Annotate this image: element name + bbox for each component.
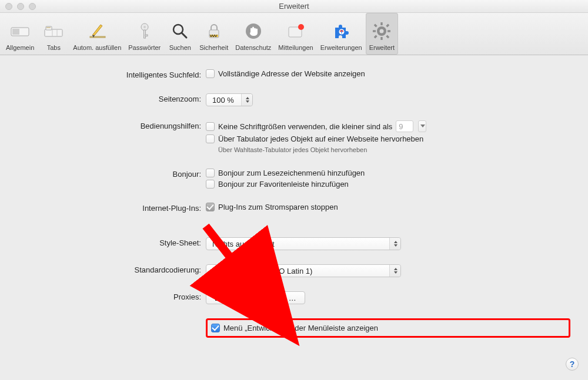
- advanced-pane: Intelligentes Suchfeld: Vollständige Adr…: [0, 55, 588, 353]
- developer-menu-highlight: Menü „Entwickler“ in der Menüleiste anze…: [206, 318, 570, 338]
- bonjour-label: Bonjour:: [18, 169, 206, 179]
- proxies-label: Proxies:: [18, 291, 206, 301]
- bonjour-favorites-checkbox[interactable]: [206, 180, 215, 189]
- stylesheet-popup[interactable]: Nichts ausgewählt: [206, 237, 401, 250]
- developer-menu-checkbox[interactable]: [211, 324, 220, 332]
- encoding-popup[interactable]: Westeuropäisch (ISO Latin 1): [206, 264, 401, 277]
- tab-passwords[interactable]: Passwörter: [125, 13, 164, 55]
- chevrons-icon: [246, 97, 249, 103]
- tab-label: Erweitert: [369, 44, 395, 51]
- lock-icon: [203, 21, 225, 42]
- svg-rect-28: [387, 30, 390, 32]
- gear-icon: [371, 21, 392, 42]
- bonjour-bookmarks-checkbox[interactable]: [206, 169, 215, 177]
- full-url-label: Vollständige Adresse der Website anzeige…: [218, 69, 365, 78]
- stylesheet-value: Nichts ausgewählt: [212, 240, 275, 248]
- svg-marker-8: [92, 25, 102, 35]
- plugins-powersave-label: Plug-Ins zum Stromsparen stoppen: [218, 203, 338, 211]
- tab-tabs[interactable]: Tabs: [38, 13, 69, 55]
- svg-rect-32: [374, 35, 377, 39]
- tab-notifications[interactable]: Mitteilungen: [275, 13, 316, 55]
- help-button[interactable]: ?: [566, 358, 579, 371]
- min-font-value[interactable]: 9: [396, 120, 413, 132]
- full-url-checkbox[interactable]: [206, 69, 215, 78]
- svg-rect-7: [90, 36, 105, 38]
- svg-rect-1: [12, 29, 19, 35]
- svg-rect-3: [46, 26, 52, 30]
- accessibility-label: Bedienungshilfen:: [18, 120, 206, 130]
- svg-rect-30: [386, 35, 390, 39]
- chevrons-icon: [394, 268, 397, 274]
- tab-search[interactable]: Suchen: [164, 13, 196, 55]
- tab-label: Erweiterungen: [320, 44, 362, 51]
- svg-point-24: [380, 29, 384, 33]
- tab-highlight-hint: Über Wahltaste-Tabulator jedes Objekt he…: [218, 146, 570, 154]
- tab-privacy[interactable]: Datenschutz: [232, 13, 275, 55]
- hand-icon: [243, 21, 264, 42]
- zoom-label: Seitenzoom:: [18, 93, 206, 103]
- minimize-icon[interactable]: [17, 3, 24, 10]
- encoding-label: Standardcodierung:: [18, 264, 206, 274]
- tab-label: Allgemein: [6, 44, 34, 51]
- tab-general[interactable]: Allgemein: [2, 13, 38, 55]
- prefs-toolbar: Allgemein Tabs Autom. ausfüllen: [0, 13, 588, 55]
- tabs-icon: [43, 21, 64, 42]
- notification-icon: [285, 21, 306, 42]
- smartsearch-label: Intelligentes Suchfeld:: [18, 69, 206, 79]
- chevrons-icon: [394, 241, 397, 247]
- tab-label: Sicherheit: [199, 44, 228, 51]
- tab-advanced[interactable]: Erweitert: [366, 13, 398, 55]
- min-font-stepper[interactable]: [418, 120, 426, 132]
- svg-rect-26: [381, 37, 383, 40]
- tab-label: Tabs: [47, 44, 61, 51]
- tab-highlight-label: Über Tabulator jedes Objekt auf einer We…: [218, 134, 423, 143]
- tab-label: Suchen: [169, 44, 191, 51]
- svg-rect-13: [145, 35, 148, 36]
- key-icon: [134, 21, 155, 42]
- tab-autofill[interactable]: Autom. ausfüllen: [69, 13, 125, 55]
- tab-label: Autom. ausfüllen: [73, 44, 121, 51]
- tab-extensions[interactable]: Erweiterungen: [317, 13, 366, 55]
- svg-rect-31: [386, 24, 390, 28]
- zoom-icon[interactable]: [29, 3, 36, 10]
- tab-security[interactable]: Sicherheit: [196, 13, 232, 55]
- help-glyph: ?: [570, 359, 575, 369]
- svg-rect-12: [143, 30, 145, 38]
- developer-menu-label: Menü „Entwickler“ in der Menüleiste anze…: [223, 324, 378, 332]
- window-controls: [5, 3, 36, 10]
- plugins-powersave-checkbox[interactable]: [206, 203, 215, 211]
- bonjour-favorites-label: Bonjour zur Favoritenleiste hinzufügen: [218, 180, 349, 189]
- close-icon[interactable]: [5, 3, 12, 10]
- titlebar: Erweitert: [0, 0, 588, 13]
- bonjour-bookmarks-label: Bonjour zum Lesezeichenmenü hinzufügen: [218, 169, 365, 177]
- tab-highlight-checkbox[interactable]: [206, 134, 215, 143]
- window-title: Erweitert: [279, 2, 309, 11]
- min-font-label: Keine Schriftgrößen verwenden, die klein…: [218, 122, 392, 131]
- tab-label: Mitteilungen: [278, 44, 313, 51]
- zoom-popup[interactable]: 100 %: [206, 93, 253, 106]
- svg-rect-27: [373, 30, 376, 32]
- pencil-icon: [86, 21, 108, 42]
- svg-rect-25: [381, 22, 383, 25]
- tab-label: Passwörter: [128, 44, 161, 51]
- svg-line-15: [182, 33, 186, 38]
- stylesheet-label: Style-Sheet:: [18, 237, 206, 247]
- magnifier-icon: [169, 21, 191, 42]
- svg-point-11: [143, 26, 146, 28]
- svg-point-20: [298, 24, 304, 30]
- svg-rect-29: [374, 24, 377, 28]
- min-font-checkbox[interactable]: [206, 122, 215, 131]
- proxies-button-label: Einstellungen ändern …: [215, 294, 296, 302]
- puzzle-icon: [330, 21, 352, 42]
- switch-icon: [9, 21, 31, 42]
- plugins-label: Internet-Plug-Ins:: [18, 203, 206, 213]
- svg-rect-2: [45, 29, 62, 36]
- zoom-value: 100 %: [212, 96, 234, 105]
- proxies-settings-button[interactable]: Einstellungen ändern …: [206, 291, 305, 304]
- encoding-value: Westeuropäisch (ISO Latin 1): [212, 267, 312, 275]
- tab-label: Datenschutz: [235, 44, 271, 51]
